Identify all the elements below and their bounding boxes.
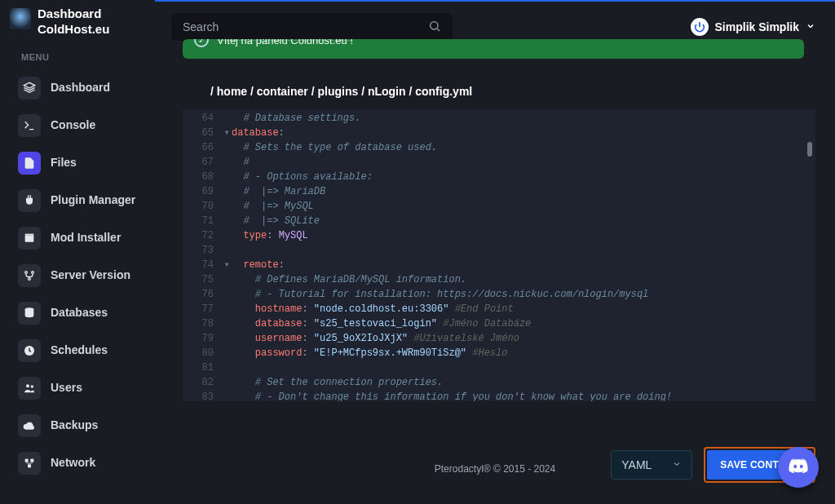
svg-point-12 bbox=[431, 21, 438, 29]
editor-line[interactable]: 70 # |=> MySQL bbox=[183, 199, 815, 214]
editor-line[interactable]: 81 bbox=[183, 360, 815, 375]
sidebar-item-server-version[interactable]: Server Version bbox=[10, 258, 145, 294]
line-number: 81 bbox=[183, 360, 222, 375]
editor-line[interactable]: 73 bbox=[183, 243, 815, 258]
code-content[interactable]: hostname: "node.coldhost.eu:3306" #End P… bbox=[232, 302, 815, 316]
editor-line[interactable]: 78 database: "s25_testovaci_login" #Jmén… bbox=[183, 316, 815, 331]
code-content[interactable]: # bbox=[232, 155, 815, 170]
sidebar-item-label: Network bbox=[51, 456, 95, 470]
scrollbar-thumb[interactable] bbox=[807, 142, 812, 157]
search-box[interactable] bbox=[171, 13, 453, 41]
layers-icon bbox=[18, 77, 41, 99]
editor-line[interactable]: 65▾database: bbox=[183, 126, 815, 140]
line-number: 79 bbox=[183, 331, 222, 346]
editor-line[interactable]: 76 # - Tutorial for installation: https:… bbox=[183, 287, 815, 302]
sidebar-item-plugin-manager[interactable]: Plugin Manager bbox=[10, 183, 145, 219]
footer-text: Pterodactyl® © 2015 - 2024 bbox=[155, 463, 835, 475]
editor-line[interactable]: 66 # Sets the type of database used. bbox=[183, 140, 815, 155]
code-content[interactable]: # - Tutorial for installation: https://d… bbox=[232, 287, 815, 302]
editor-line[interactable]: 74▾ remote: bbox=[183, 258, 815, 272]
editor-line[interactable]: 83 # - Don't change this information if … bbox=[183, 390, 815, 401]
code-content[interactable]: # Defines MariaDB/MySQL information. bbox=[232, 272, 815, 287]
editor-line[interactable]: 68 # - Options available: bbox=[183, 170, 815, 184]
sidebar-item-files[interactable]: Files bbox=[10, 145, 145, 181]
code-content[interactable]: # |=> MySQL bbox=[232, 199, 815, 214]
line-number: 76 bbox=[183, 287, 222, 302]
sidebar-item-console[interactable]: Console bbox=[10, 108, 145, 144]
code-content[interactable]: database: bbox=[232, 126, 815, 140]
svg-point-4 bbox=[29, 277, 31, 280]
editor-line[interactable]: 72 type: MySQL bbox=[183, 228, 815, 243]
editor-line[interactable]: 77 hostname: "node.coldhost.eu:3306" #En… bbox=[183, 302, 815, 316]
sidebar-item-backups[interactable]: Backups bbox=[10, 408, 145, 444]
line-number: 67 bbox=[183, 155, 222, 170]
user-menu[interactable]: Simplik Simplik bbox=[691, 18, 815, 36]
code-content[interactable]: database: "s25_testovaci_login" #Jméno D… bbox=[232, 316, 815, 331]
editor-line[interactable]: 69 # |=> MariaDB bbox=[183, 184, 815, 199]
svg-rect-1 bbox=[25, 233, 34, 235]
banner-text: Vítej na panelu Coldhost.eu ! bbox=[217, 39, 353, 46]
code-content[interactable]: # Sets the type of database used. bbox=[232, 140, 815, 155]
fold-toggle-icon[interactable]: ▾ bbox=[222, 258, 232, 272]
menu-section-label: MENU bbox=[0, 38, 155, 69]
plug-icon bbox=[18, 189, 41, 212]
code-content[interactable]: # - Options available: bbox=[232, 170, 815, 184]
code-content[interactable]: # |=> SQLite bbox=[232, 214, 815, 228]
check-circle-icon: ✓ bbox=[194, 39, 209, 47]
svg-point-2 bbox=[25, 271, 28, 273]
branch-icon bbox=[18, 264, 41, 287]
code-content[interactable]: password: "E!P+MCfps9sx.+WRm90TiSz@" #He… bbox=[232, 346, 815, 360]
code-content[interactable]: username: "u25_9oX2IoJXjX" #Uživatelské … bbox=[232, 331, 815, 346]
line-number: 77 bbox=[183, 302, 222, 316]
code-content[interactable]: type: MySQL bbox=[232, 228, 815, 243]
sidebar-item-label: Server Version bbox=[51, 268, 130, 282]
discord-fab[interactable] bbox=[778, 447, 819, 488]
line-number: 83 bbox=[183, 390, 222, 401]
editor-line[interactable]: 82 # Set the connection properties. bbox=[183, 375, 815, 390]
code-content[interactable]: remote: bbox=[232, 258, 815, 272]
clock-icon bbox=[18, 339, 41, 362]
code-content[interactable]: # |=> MariaDB bbox=[232, 184, 815, 199]
breadcrumb[interactable]: / home / container / plugins / nLogin / … bbox=[171, 59, 815, 109]
main-content: ✓ Vítej na panelu Coldhost.eu ! / home /… bbox=[171, 39, 815, 401]
line-number: 74 bbox=[183, 258, 222, 272]
sidebar-item-mod-installer[interactable]: Mod Installer bbox=[10, 220, 145, 256]
line-number: 80 bbox=[183, 346, 222, 360]
editor-line[interactable]: 64 # Database settings. bbox=[183, 111, 815, 126]
editor-line[interactable]: 67 # bbox=[183, 155, 815, 170]
brand[interactable]: Dashboard ColdHost.eu bbox=[0, 5, 155, 38]
svg-point-8 bbox=[31, 385, 33, 387]
sidebar-item-network[interactable]: Network bbox=[10, 445, 145, 481]
brand-line2: ColdHost.eu bbox=[38, 22, 109, 38]
sidebar-item-users[interactable]: Users bbox=[10, 370, 145, 406]
editor-line[interactable]: 80 password: "E!P+MCfps9sx.+WRm90TiSz@" … bbox=[183, 346, 815, 360]
editor-line[interactable]: 71 # |=> SQLite bbox=[183, 214, 815, 228]
code-content[interactable]: # Database settings. bbox=[232, 111, 815, 126]
sidebar-item-dashboard[interactable]: Dashboard bbox=[10, 70, 145, 106]
sidebar-item-schedules[interactable]: Schedules bbox=[10, 333, 145, 369]
power-icon bbox=[691, 18, 709, 36]
sidebar-item-label: Plugin Manager bbox=[51, 193, 135, 207]
line-number: 70 bbox=[183, 199, 222, 214]
fold-toggle-icon[interactable]: ▾ bbox=[222, 126, 232, 140]
sidebar: Dashboard ColdHost.eu MENU Dashboard Con… bbox=[0, 0, 155, 504]
svg-point-3 bbox=[32, 271, 34, 273]
discord-icon bbox=[788, 456, 809, 480]
sidebar-item-databases[interactable]: Databases bbox=[10, 295, 145, 331]
search-input[interactable] bbox=[183, 20, 428, 33]
line-number: 71 bbox=[183, 214, 222, 228]
code-content[interactable]: # Set the connection properties. bbox=[232, 375, 815, 390]
file-icon bbox=[18, 152, 41, 175]
editor-line[interactable]: 79 username: "u25_9oX2IoJXjX" #Uživatels… bbox=[183, 331, 815, 346]
code-content[interactable]: # - Don't change this information if you… bbox=[232, 390, 815, 401]
line-number: 64 bbox=[183, 111, 222, 126]
cloud-icon bbox=[18, 414, 41, 437]
line-number: 78 bbox=[183, 316, 222, 331]
line-number: 72 bbox=[183, 228, 222, 243]
editor-line[interactable]: 75 # Defines MariaDB/MySQL information. bbox=[183, 272, 815, 287]
code-editor[interactable]: 64 # Database settings.65▾database:66 # … bbox=[183, 109, 815, 401]
line-number: 65 bbox=[183, 126, 222, 140]
package-icon bbox=[18, 227, 41, 250]
sidebar-item-label: Schedules bbox=[51, 343, 108, 357]
search-icon[interactable] bbox=[428, 20, 441, 35]
